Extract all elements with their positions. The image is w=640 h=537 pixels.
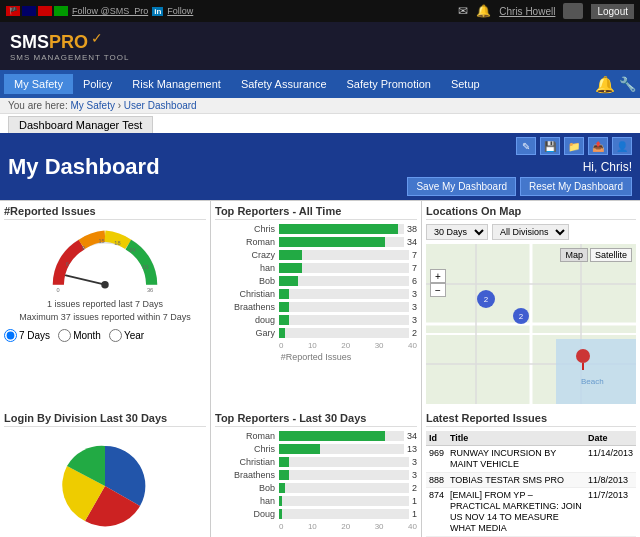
bar-chart-alltime-title: #Reported Issues <box>215 352 417 362</box>
follow-in-link[interactable]: Follow <box>167 6 193 16</box>
bar-label: Roman <box>215 431 275 441</box>
issue-title: RUNWAY INCURSION BY MAINT VEHICLE <box>447 446 585 473</box>
filter-7days[interactable]: 7 Days <box>4 329 50 342</box>
pie-chart-svg <box>45 431 165 531</box>
gauge-container: 0 6 9 15 18 24 33 36 <box>4 224 206 294</box>
bar-row: Braathens 3 <box>215 470 417 480</box>
dashboard-title: My Dashboard <box>8 154 160 180</box>
logo: SMSPRO ✓ SMS MANAGEMENT TOOL <box>10 30 129 62</box>
bar-fill <box>279 457 289 467</box>
nav-my-safety[interactable]: My Safety <box>4 74 73 94</box>
issues-scroll[interactable]: Id Title Date 969 RUNWAY INCURSION BY MA… <box>426 431 636 537</box>
breadcrumb-my-safety[interactable]: My Safety <box>70 100 114 111</box>
alert-icon[interactable]: 🔔 <box>595 75 615 94</box>
wrench-icon[interactable]: 🔧 <box>619 76 636 92</box>
axis-label: 20 <box>341 341 350 350</box>
top-reporters-30days-chart: Roman 34 Chris 13 Christian 3 Braathens … <box>215 431 417 519</box>
bar-label: doug <box>215 315 275 325</box>
user-link[interactable]: Chris Howell <box>499 6 555 17</box>
table-row[interactable]: 969 RUNWAY INCURSION BY MAINT VEHICLE 11… <box>426 446 636 473</box>
bottom-grid: Login By Division Last 30 Days Top Repor… <box>0 408 640 537</box>
bar-row: Bob 6 <box>215 276 417 286</box>
save-icon-btn[interactable]: 💾 <box>540 137 560 155</box>
bar-value: 13 <box>407 444 417 454</box>
filter-year[interactable]: Year <box>109 329 144 342</box>
dashboard-actions: ✎ 💾 📁 📤 👤 Hi, Chris! Save My Dashboard R… <box>407 137 632 196</box>
bar-row: Gary 2 <box>215 328 417 338</box>
map-zoom-out[interactable]: − <box>430 283 446 297</box>
bar-axis-alltime: 010203040 <box>215 341 417 350</box>
svg-text:6: 6 <box>66 261 69 267</box>
save-dashboard-button[interactable]: Save My Dashboard <box>407 177 516 196</box>
nav-setup[interactable]: Setup <box>441 74 490 94</box>
map-btn-map[interactable]: Map <box>560 248 588 262</box>
reset-dashboard-button[interactable]: Reset My Dashboard <box>520 177 632 196</box>
share-icon-btn[interactable]: 📤 <box>588 137 608 155</box>
map-svg: Beach 2 2 <box>426 244 636 404</box>
table-row[interactable]: 874 [EMAIL] FROM YP – PRACTICAL MARKETIN… <box>426 488 636 536</box>
bar-fill <box>279 250 302 260</box>
bar-row: Christian 3 <box>215 457 417 467</box>
dashboard-greeting: Hi, Chris! <box>583 160 632 174</box>
bar-track <box>279 237 404 247</box>
bar-value: 2 <box>412 483 417 493</box>
map-btn-satellite[interactable]: Satellite <box>590 248 632 262</box>
bar-label: Chris <box>215 444 275 454</box>
latest-issues-title: Latest Reported Issues <box>426 412 636 427</box>
bar-fill <box>279 470 289 480</box>
map-panel: Locations On Map 30 Days7 DaysMonthYear … <box>422 201 640 408</box>
axis-label: 30 <box>375 522 384 531</box>
map-zoom-in[interactable]: + <box>430 269 446 283</box>
header: SMSPRO ✓ SMS MANAGEMENT TOOL <box>0 22 640 70</box>
filter-month[interactable]: Month <box>58 329 101 342</box>
bar-fill <box>279 263 302 273</box>
axis-label: 30 <box>375 341 384 350</box>
bar-value: 34 <box>407 431 417 441</box>
bar-value: 3 <box>412 470 417 480</box>
bar-value: 6 <box>412 276 417 286</box>
bar-track <box>279 289 409 299</box>
issue-date: 11/7/2013 <box>585 488 636 536</box>
axis-label: 0 <box>279 522 283 531</box>
axis-label: 40 <box>408 341 417 350</box>
latest-issues-panel: Latest Reported Issues Id Title Date 969… <box>422 408 640 537</box>
bar-label: Doug <box>215 509 275 519</box>
svg-text:0: 0 <box>56 287 59 293</box>
nav-risk-management[interactable]: Risk Management <box>122 74 231 94</box>
bell-icon[interactable]: 🔔 <box>476 4 491 18</box>
folder-icon-btn[interactable]: 📁 <box>564 137 584 155</box>
nav-policy[interactable]: Policy <box>73 74 122 94</box>
bar-track <box>279 444 404 454</box>
axis-label: 40 <box>408 522 417 531</box>
svg-text:2: 2 <box>519 312 524 321</box>
breadcrumb-user-dashboard[interactable]: User Dashboard <box>124 100 197 111</box>
edit-icon-btn[interactable]: ✎ <box>516 137 536 155</box>
map-placeholder: Beach 2 2 Map Satellite + − <box>426 244 636 404</box>
top-reporters-alltime-chart: Chris 38 Roman 34 Crazy 7 han 7 Bob <box>215 224 417 338</box>
svg-text:33: 33 <box>142 264 148 270</box>
map-division-select[interactable]: All Divisions <box>492 224 569 240</box>
svg-line-0 <box>66 275 105 284</box>
bar-track <box>279 224 404 234</box>
axis-label: 20 <box>341 522 350 531</box>
bar-fill <box>279 276 298 286</box>
bar-row: doug 3 <box>215 315 417 325</box>
follow-link[interactable]: Follow @SMS_Pro <box>72 6 148 16</box>
bar-value: 2 <box>412 328 417 338</box>
user-avatar <box>563 3 583 19</box>
nav-safety-assurance[interactable]: Safety Assurance <box>231 74 337 94</box>
issues-col-id: Id <box>426 431 447 446</box>
bar-value: 1 <box>412 496 417 506</box>
dashboard-title-area: My Dashboard ✎ 💾 📁 📤 👤 Hi, Chris! Save M… <box>0 133 640 200</box>
nav-safety-promotion[interactable]: Safety Promotion <box>337 74 441 94</box>
dashboard-tab[interactable]: Dashboard Manager Test <box>8 116 153 133</box>
user-icon-btn[interactable]: 👤 <box>612 137 632 155</box>
logout-button[interactable]: Logout <box>591 4 634 19</box>
breadcrumb-prefix: You are here: <box>8 100 68 111</box>
mail-icon[interactable]: ✉ <box>458 4 468 18</box>
bar-track <box>279 276 409 286</box>
issue-id: 888 <box>426 472 447 488</box>
bar-row: Christian 3 <box>215 289 417 299</box>
map-period-select[interactable]: 30 Days7 DaysMonthYear <box>426 224 488 240</box>
table-row[interactable]: 888 TOBIAS TESTAR SMS PRO 11/8/2013 <box>426 472 636 488</box>
